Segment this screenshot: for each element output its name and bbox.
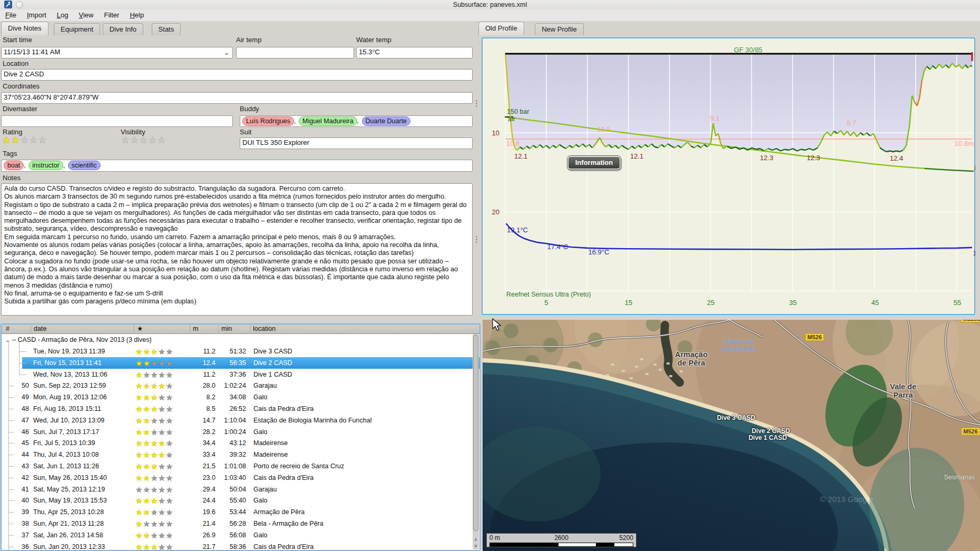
column-header-0[interactable]: #	[6, 325, 9, 333]
column-header-5[interactable]: location	[253, 325, 276, 333]
trip-group-row[interactable]: ⌄– CASD - Armação de Pêra, Nov 2013 (3 d…	[2, 334, 473, 346]
star-icon: ★	[166, 393, 173, 402]
vertical-splitter-handle[interactable]	[476, 99, 478, 108]
profile-fill	[505, 54, 972, 152]
buddy-input[interactable]: Luís Rodrigues, Miguel Madureira, Duarte…	[240, 115, 473, 127]
visibility-stars[interactable]: ★★★★★	[121, 136, 166, 145]
menu-log[interactable]: Log	[52, 9, 74, 21]
location-input[interactable]: Dive 2 CASD	[1, 69, 473, 81]
divemaster-input[interactable]	[1, 115, 233, 127]
tab-new-profile[interactable]: New Profile	[535, 23, 583, 35]
table-row[interactable]: 49Mon, Aug 19, 2013 12:068.234:08Galo★★★…	[2, 391, 473, 403]
table-row[interactable]: 36Sun, Jan 20, 2013 12:3321.758:36Cais d…	[2, 541, 473, 551]
dive-list-scrollbar[interactable]: ∧ ∨	[473, 334, 479, 549]
star-icon: ★	[143, 428, 150, 437]
table-row[interactable]: 41Sat, May 25, 2013 12:1929.450:04Garaja…	[2, 484, 473, 495]
star-icon: ★	[166, 359, 173, 368]
star-icon: ★	[151, 508, 158, 517]
star-icon: ★	[151, 439, 158, 448]
dive-profile-chart: 10.819.1°C17.4°C16.9°C16GF 30/85150 bara…	[482, 37, 975, 315]
table-row[interactable]: 40Sun, May 19, 2013 15:5324.455:40Galo★★…	[2, 495, 473, 506]
scale-zero: 0 m	[489, 534, 500, 542]
window-title: Subsurface: paneves.xml	[0, 0, 980, 9]
star-icon: ★	[143, 543, 150, 551]
notes-textarea[interactable]: Aula do curso CASD. Transectos c/video e…	[1, 183, 473, 316]
star-icon: ★	[166, 496, 173, 505]
star-icon: ★	[151, 347, 158, 356]
dive-location-map[interactable]: Armação de PêraRibeira de AlcantarilhaVa…	[483, 320, 980, 551]
table-row[interactable]: 48Fri, Aug 16, 2013 15:118.526:52Cais da…	[2, 403, 473, 415]
table-row[interactable]: Wed, Nov 13, 2013 11:0611.237:36Dive 1 C…	[2, 369, 473, 380]
table-row[interactable]: 42Sun, May 26, 2013 15:4023.01:03:40Cais…	[2, 472, 473, 484]
tab-dive-info[interactable]: Dive Info	[103, 23, 143, 35]
chevron-down-icon[interactable]: ⌄	[224, 48, 229, 57]
table-row[interactable]: 37Sat, Jan 26, 2013 14:5826.956:08Galo★★…	[2, 529, 473, 541]
star-icon: ★	[135, 462, 143, 471]
pill-duarte-duarte[interactable]: Duarte Duarte	[362, 116, 411, 126]
star-icon: ★	[151, 474, 158, 483]
star-icon: ★	[151, 462, 158, 471]
menu-help[interactable]: Help	[124, 9, 149, 21]
star-icon: ★	[151, 450, 158, 459]
table-row[interactable]: Fri, Nov 15, 2013 11:4112.456:35Dive 2 C…	[2, 357, 473, 369]
menu-file[interactable]: File	[0, 9, 22, 21]
table-row[interactable]: 39Thu, Apr 25, 2013 10:2819.653:44Armaçã…	[2, 506, 473, 518]
divemaster-label: Divemaster	[3, 105, 37, 113]
column-header-1[interactable]: date	[34, 325, 46, 333]
suit-input[interactable]: DUI TLS 350 Explorer	[240, 137, 473, 149]
column-header-4[interactable]: min	[221, 325, 232, 333]
map-place-label: Ribeira de Alcantarilha	[721, 338, 756, 353]
star-icon: ★	[158, 428, 165, 437]
coordinates-input[interactable]: 37°05'23.460"N 8°20'47.879"W	[1, 92, 473, 104]
tab-dive-notes[interactable]: Dive Notes	[1, 22, 48, 35]
pill-miguel-madureira[interactable]: Miguel Madureira	[299, 116, 357, 126]
information-tooltip[interactable]: Information	[567, 156, 621, 170]
star-icon: ★	[158, 450, 165, 459]
water-temp-input[interactable]: 15.3°C	[356, 47, 473, 58]
table-row[interactable]: 45Fri, Jul 5, 2013 10:3934.443:12Madeire…	[2, 437, 473, 449]
menu-filter[interactable]: Filter	[99, 9, 124, 21]
dive-list-header[interactable]: #date★mminlocation	[2, 324, 479, 334]
scroll-up-icon[interactable]: ∧	[473, 536, 479, 543]
road-badge: M526	[805, 333, 824, 341]
event-label: 9.1	[710, 114, 720, 122]
road-badge: M1281	[961, 320, 980, 323]
air-temp-input[interactable]	[236, 47, 354, 58]
table-row[interactable]: 38Sun, Apr 21, 2013 11:2821.456:28Bela -…	[2, 518, 473, 529]
tags-input[interactable]: boat, instructor, scientific	[1, 160, 473, 172]
star-icon: ★	[166, 347, 173, 356]
column-header-2[interactable]: ★	[137, 325, 143, 333]
star-icon: ★	[158, 393, 165, 402]
tab-equipment[interactable]: Equipment	[54, 23, 100, 35]
star-icon: ★	[143, 519, 150, 528]
star-icon: ★	[143, 508, 150, 517]
star-icon: ★	[135, 359, 143, 368]
vertical-splitter-handle[interactable]	[476, 235, 478, 244]
table-row[interactable]: 46Sun, Jul 7, 2013 17:1728.21:00:24Galo★…	[2, 426, 473, 438]
tab-old-profile[interactable]: Old Profile	[478, 22, 524, 35]
scale-mid: 2600	[554, 534, 569, 542]
table-row[interactable]: 47Wed, Jul 10, 2013 13:0914.71:10:04Esta…	[2, 415, 473, 426]
pill-instructor[interactable]: instructor	[28, 161, 63, 170]
star-icon: ★	[151, 359, 158, 368]
menu-view[interactable]: View	[74, 9, 99, 21]
table-row[interactable]: 43Sat, Jun 1, 2013 11:2621.51:01:08Porto…	[2, 460, 473, 472]
star-icon: ★	[135, 450, 143, 459]
time-tick-label: 55	[954, 299, 961, 307]
table-row[interactable]: 44Thu, Jul 4, 2013 10:0833.439:32Madeire…	[2, 449, 473, 460]
tab-stats[interactable]: Stats	[152, 23, 181, 35]
column-header-3[interactable]: m	[193, 325, 198, 333]
scroll-down-icon[interactable]: ∨	[473, 543, 479, 549]
menu-import[interactable]: Import	[22, 9, 52, 21]
pill-boat[interactable]: boat	[4, 161, 24, 170]
pill-luís-rodrigues[interactable]: Luís Rodrigues	[242, 116, 294, 126]
pill-scientific[interactable]: scientific	[68, 161, 101, 170]
scrollbar-thumb[interactable]	[473, 335, 478, 531]
rating-stars[interactable]: ★★★★★	[2, 136, 47, 145]
table-row[interactable]: Tue, Nov 19, 2013 11:3911.251:32Dive 3 C…	[2, 346, 473, 357]
star-icon: ★	[151, 531, 158, 540]
star-icon: ★	[158, 370, 165, 379]
start-time-combobox[interactable]: 11/15/13 11:41 AM ⌄	[1, 47, 233, 58]
table-row[interactable]: 50Sun, Sep 22, 2013 12:5928.01:02:24Gara…	[2, 380, 473, 391]
expander-icon[interactable]: ⌄	[5, 334, 10, 346]
